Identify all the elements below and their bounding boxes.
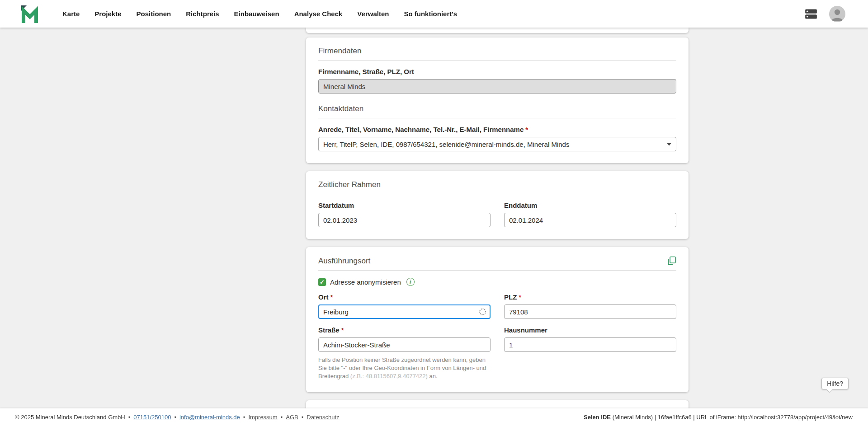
required-asterisk: * (330, 293, 333, 301)
kontakt-label-text: Anrede, Titel, Vorname, Nachname, Tel.-N… (318, 126, 524, 133)
firmenname-label: Firmenname, Straße, PLZ, Ort (318, 68, 676, 75)
kontakt-select-value: Herr, TitelP, Selen, IDE, 0987/654321, s… (323, 140, 569, 148)
plz-label-text: PLZ (504, 293, 517, 301)
nav-item-analyse-check[interactable]: Analyse Check (294, 10, 343, 18)
required-asterisk: * (525, 126, 528, 133)
hausnummer-label-text: Hausnummer (504, 326, 547, 334)
nav-item-verwalten[interactable]: Verwalten (357, 10, 389, 18)
ort-label: Ort* (318, 293, 491, 301)
firmendaten-card: Firmendaten Firmenname, Straße, PLZ, Ort… (306, 37, 689, 163)
kontakt-select[interactable]: Herr, TitelP, Selen, IDE, 0987/654321, s… (318, 137, 676, 151)
environment-name: Selen IDE (584, 414, 611, 421)
chevron-down-icon (667, 143, 671, 146)
card-partial-top (306, 28, 689, 33)
info-icon[interactable]: i (406, 278, 415, 286)
separator-dot: • (128, 414, 131, 421)
startdatum-label: Startdatum (318, 201, 491, 209)
enddatum-label: Enddatum (504, 201, 676, 209)
startdatum-input[interactable] (318, 213, 491, 227)
footer-links: © 2025 Mineral Minds Deutschland GmbH • … (15, 414, 340, 421)
ort-input-wrap (318, 304, 491, 319)
ort-input[interactable] (318, 304, 491, 319)
person-icon (829, 6, 845, 22)
firmenname-input (318, 79, 676, 94)
footer-email-link[interactable]: info@mineral-minds.de (179, 414, 240, 421)
footer-phone-link[interactable]: 07151/250100 (133, 414, 171, 421)
firmenname-label-text: Firmenname, Straße, PLZ, Ort (318, 68, 414, 75)
zeitraum-title: Zeitlicher Rahmen (318, 180, 676, 194)
firmendaten-title: Firmendaten (318, 47, 676, 61)
brand-logo[interactable] (20, 5, 40, 23)
separator-dot: • (243, 414, 245, 421)
zeitraum-fields: Startdatum Enddatum (318, 194, 676, 227)
kontaktdaten-title: Kontaktdaten (318, 104, 676, 118)
footer-impressum-link[interactable]: Impressum (248, 414, 277, 421)
strasse-field: Straße* (318, 319, 491, 352)
plz-field: PLZ* (504, 286, 676, 319)
user-avatar[interactable] (829, 6, 845, 22)
nav-item-einbauweisen[interactable]: Einbauweisen (234, 10, 279, 18)
footer: © 2025 Mineral Minds Deutschland GmbH • … (0, 408, 868, 426)
main-nav: Karte Projekte Positionen Richtpreis Ein… (62, 10, 457, 18)
anonymize-label: Adresse anonymisieren (330, 278, 401, 286)
strasse-label-text: Straße (318, 326, 340, 334)
ort-field: Ort* (318, 286, 491, 319)
server-icon[interactable] (805, 9, 817, 19)
form-column: Firmendaten Firmenname, Straße, PLZ, Ort… (306, 28, 689, 408)
environment-details: (Mineral Minds) | 16fae1ffc6a6 | URL of … (611, 414, 853, 421)
enddatum-input[interactable] (504, 213, 676, 227)
footer-datenschutz-link[interactable]: Datenschutz (307, 414, 339, 421)
hausnummer-input[interactable] (504, 337, 676, 352)
environment-info: Selen IDE (Mineral Minds) | 16fae1ffc6a6… (584, 414, 853, 421)
strasse-label: Straße* (318, 326, 491, 334)
nav-item-positionen[interactable]: Positionen (137, 10, 171, 18)
plz-input[interactable] (504, 304, 676, 319)
separator-dot: • (281, 414, 283, 421)
header-actions (805, 6, 845, 22)
nav-item-projekte[interactable]: Projekte (94, 10, 121, 18)
ausfuehrungsort-title: Ausführungsort (318, 257, 370, 266)
nav-item-richtpreis[interactable]: Richtpreis (186, 10, 219, 18)
card-partial-bottom (306, 400, 689, 408)
required-asterisk: * (519, 293, 521, 301)
enddatum-field: Enddatum (504, 194, 676, 227)
plz-label: PLZ* (504, 293, 676, 301)
ort-label-text: Ort (318, 293, 329, 301)
hausnummer-label: Hausnummer (504, 326, 676, 334)
footer-agb-link[interactable]: AGB (286, 414, 298, 421)
anonymize-checkbox[interactable]: ✓ (318, 278, 326, 286)
startdatum-field: Startdatum (318, 194, 491, 227)
zeitraum-card: Zeitlicher Rahmen Startdatum Enddatum (306, 171, 689, 239)
ausfuehrungsort-card: Ausführungsort ✓ Adresse anonymisieren i… (306, 247, 689, 392)
address-fields: Ort* PLZ* Straße* (318, 286, 676, 380)
copy-icon[interactable] (667, 256, 676, 266)
separator-dot: • (302, 414, 304, 421)
hausnummer-field: Hausnummer (504, 319, 676, 352)
anonymize-row: ✓ Adresse anonymisieren i (318, 278, 676, 286)
required-asterisk: * (341, 326, 344, 334)
main-content: Firmendaten Firmenname, Straße, PLZ, Ort… (0, 28, 868, 408)
help-button[interactable]: Hilfe? (821, 378, 849, 389)
nav-item-karte[interactable]: Karte (62, 10, 80, 18)
copyright-text: © 2025 Mineral Minds Deutschland GmbH (15, 414, 125, 421)
mineral-minds-logo-icon (20, 5, 40, 23)
loading-spinner (479, 309, 486, 315)
separator-dot: • (174, 414, 176, 421)
strasse-input[interactable] (318, 337, 491, 352)
enddatum-label-text: Enddatum (504, 201, 537, 209)
ausfuehrungsort-header: Ausführungsort (318, 256, 676, 271)
nav-item-so-funktionierts[interactable]: So funktioniert's (404, 10, 457, 18)
top-nav: Karte Projekte Positionen Richtpreis Ein… (0, 0, 868, 28)
kontakt-label: Anrede, Titel, Vorname, Nachname, Tel.-N… (318, 126, 676, 133)
hint-suffix: an. (428, 373, 438, 379)
hint-example: (z.B.: 48.8115607,9.4077422) (350, 373, 428, 379)
strasse-hint: Falls die Position keiner Straße zugeord… (318, 356, 491, 380)
startdatum-label-text: Startdatum (318, 201, 354, 209)
